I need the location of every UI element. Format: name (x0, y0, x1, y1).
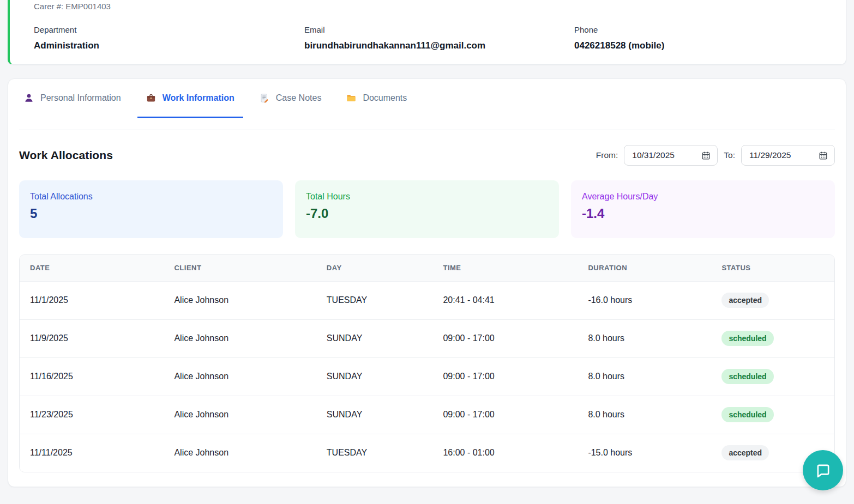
to-date-value: 11/29/2025 (749, 150, 791, 160)
stat-label: Total Hours (306, 191, 548, 202)
day-cell: SUNDAY (316, 396, 433, 434)
duration-cell: 8.0 hours (578, 396, 711, 434)
allocations-table-body: 11/1/2025Alice JohnsonTUESDAY20:41 - 04:… (20, 281, 834, 472)
tab-bar: Personal Information Work Information Ca… (8, 79, 846, 118)
allocations-table: DATE CLIENT DAY TIME DURATION STATUS 11/… (19, 254, 835, 472)
status-badge: scheduled (721, 369, 773, 384)
table-row: 11/1/2025Alice JohnsonTUESDAY20:41 - 04:… (20, 281, 834, 319)
field-email: Email birundhabirundhakannan111@gmail.co… (304, 25, 574, 51)
day-cell: TUESDAY (316, 281, 433, 319)
page-title: Work Allocations (19, 149, 113, 162)
column-header-client: CLIENT (164, 255, 316, 281)
field-value: birundhabirundhakannan111@gmail.com (304, 40, 574, 51)
profile-card: Carer #: EMP001403 Department Administra… (8, 0, 846, 65)
status-badge: accepted (721, 293, 769, 308)
column-header-day: DAY (316, 255, 433, 281)
stat-card-average-hours: Average Hours/Day -1.4 (571, 180, 835, 238)
stat-label: Total Allocations (30, 191, 272, 202)
summary-cards: Total Allocations 5 Total Hours -7.0 Ave… (19, 180, 835, 238)
date-cell: 11/23/2025 (20, 396, 164, 434)
stat-label: Average Hours/Day (582, 191, 824, 202)
briefcase-icon (146, 93, 156, 103)
stat-value: -7.0 (306, 206, 548, 221)
duration-cell: -16.0 hours (578, 281, 711, 319)
time-cell: 16:00 - 01:00 (432, 434, 578, 472)
field-label: Phone (574, 25, 833, 35)
date-cell: 11/1/2025 (20, 281, 164, 319)
calendar-icon[interactable] (701, 151, 711, 160)
status-badge: accepted (721, 445, 769, 460)
tab-label: Case Notes (276, 93, 322, 103)
day-cell: SUNDAY (316, 319, 433, 357)
client-cell: Alice Johnson (164, 281, 316, 319)
field-department: Department Administration (34, 25, 304, 51)
tab-label: Personal Information (40, 93, 121, 103)
tab-label: Documents (363, 93, 407, 103)
duration-cell: -15.0 hours (578, 434, 711, 472)
from-date-value: 10/31/2025 (632, 150, 675, 160)
client-cell: Alice Johnson (164, 434, 316, 472)
time-cell: 09:00 - 17:00 (432, 319, 578, 357)
client-cell: Alice Johnson (164, 319, 316, 357)
status-cell: accepted (711, 281, 834, 319)
table-row: 11/16/2025Alice JohnsonSUNDAY09:00 - 17:… (20, 357, 834, 396)
column-header-status: STATUS (711, 255, 834, 281)
time-cell: 09:00 - 17:00 (432, 357, 578, 396)
tab-label: Work Information (163, 93, 234, 103)
tab-content-divider (19, 130, 835, 130)
field-label: Email (304, 25, 574, 35)
memo-icon (260, 93, 269, 103)
client-cell: Alice Johnson (164, 396, 316, 434)
table-row: 11/11/2025Alice JohnsonTUESDAY16:00 - 01… (20, 434, 834, 472)
time-cell: 09:00 - 17:00 (432, 396, 578, 434)
chat-bubble-icon (814, 462, 832, 479)
status-cell: scheduled (711, 319, 834, 357)
to-date-input[interactable]: 11/29/2025 (741, 145, 835, 166)
field-label: Department (34, 25, 304, 35)
day-cell: SUNDAY (316, 357, 433, 396)
status-badge: scheduled (721, 407, 773, 422)
chat-button[interactable] (803, 450, 843, 490)
profile-fields: Department Administration Email birundha… (34, 25, 833, 51)
tab-documents[interactable]: Documents (338, 79, 416, 118)
stat-value: 5 (30, 206, 272, 221)
stat-card-total-allocations: Total Allocations 5 (19, 180, 283, 238)
date-range-filter: From: 10/31/2025 To: 11/29/2025 (596, 145, 835, 166)
client-cell: Alice Johnson (164, 357, 316, 396)
stat-value: -1.4 (582, 206, 824, 221)
day-cell: TUESDAY (316, 434, 433, 472)
to-label: To: (724, 150, 735, 160)
from-label: From: (596, 150, 618, 160)
stat-card-total-hours: Total Hours -7.0 (295, 180, 559, 238)
duration-cell: 8.0 hours (578, 319, 711, 357)
table-row: 11/23/2025Alice JohnsonSUNDAY09:00 - 17:… (20, 396, 834, 434)
time-cell: 20:41 - 04:41 (432, 281, 578, 319)
field-phone: Phone 0426218528 (mobile) (574, 25, 833, 51)
table-header-row: DATE CLIENT DAY TIME DURATION STATUS (20, 255, 834, 281)
tab-work-information[interactable]: Work Information (137, 79, 243, 118)
main-card: Personal Information Work Information Ca… (8, 78, 846, 487)
column-header-date: DATE (20, 255, 164, 281)
status-cell: scheduled (711, 396, 834, 434)
column-header-time: TIME (432, 255, 578, 281)
calendar-icon[interactable] (819, 151, 828, 160)
work-information-panel: Work Allocations From: 10/31/2025 To: 11… (8, 130, 846, 488)
table-row: 11/9/2025Alice JohnsonSUNDAY09:00 - 17:0… (20, 319, 834, 357)
tab-personal-information[interactable]: Personal Information (15, 79, 130, 118)
date-cell: 11/9/2025 (20, 319, 164, 357)
carer-number: Carer #: EMP001403 (34, 2, 833, 11)
folder-icon (346, 93, 356, 103)
field-value: Administration (34, 40, 304, 51)
from-date-input[interactable]: 10/31/2025 (624, 145, 718, 166)
tab-case-notes[interactable]: Case Notes (251, 79, 330, 118)
date-cell: 11/16/2025 (20, 357, 164, 396)
status-cell: scheduled (711, 357, 834, 396)
duration-cell: 8.0 hours (578, 357, 711, 396)
column-header-duration: DURATION (578, 255, 711, 281)
status-badge: scheduled (721, 331, 773, 346)
field-value: 0426218528 (mobile) (574, 40, 833, 51)
person-icon (24, 93, 34, 103)
date-cell: 11/11/2025 (20, 434, 164, 472)
